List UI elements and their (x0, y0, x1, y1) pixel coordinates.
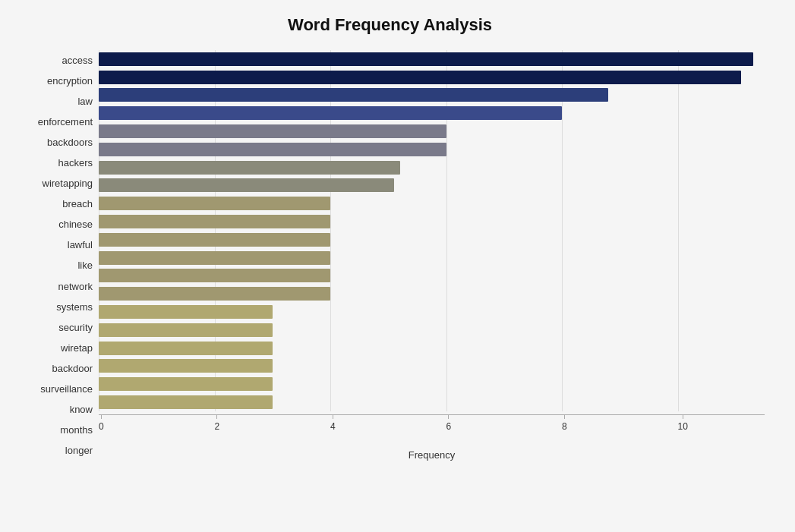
bar-row (99, 304, 765, 320)
y-label: backdoors (15, 134, 93, 152)
x-tick-line (216, 415, 217, 419)
bar (99, 342, 273, 355)
bar-row (99, 87, 765, 103)
x-tick-line (564, 415, 565, 419)
x-tick-line (448, 415, 449, 419)
y-label: enforcement (15, 113, 93, 131)
bar-row (99, 159, 765, 176)
bar (99, 251, 330, 265)
bar (99, 124, 446, 138)
y-label: hackers (15, 154, 93, 172)
bar-row (99, 51, 765, 68)
y-label: months (15, 420, 93, 439)
x-tick-label: 10 (678, 421, 688, 432)
bar (99, 323, 273, 337)
x-axis: 0246810 (99, 414, 765, 445)
bar-row (99, 177, 765, 194)
y-label: like (15, 257, 93, 275)
bar (99, 52, 753, 66)
bar-row (99, 357, 765, 374)
x-axis-title: Frequency (99, 449, 765, 461)
bar (99, 197, 330, 210)
bar (99, 161, 400, 175)
bar-row (99, 322, 765, 338)
bar (99, 71, 741, 84)
x-tick-line (333, 415, 333, 419)
x-tick: 6 (446, 415, 452, 432)
y-axis: accessencryptionlawenforcementbackdoorsh… (15, 50, 99, 461)
bar (99, 377, 273, 391)
y-label: law (15, 93, 93, 111)
bar (99, 233, 330, 247)
bar-row (99, 141, 765, 158)
bars-and-xaxis: 0246810 Frequency (99, 50, 765, 461)
y-label: wiretap (15, 338, 93, 357)
bar (99, 143, 446, 156)
bar (99, 88, 608, 102)
x-tick-label: 6 (446, 421, 452, 432)
bar (99, 287, 330, 301)
bars-area (99, 50, 765, 411)
chart-container: Word Frequency Analysis accessencryption… (0, 0, 795, 532)
x-tick: 10 (678, 415, 688, 432)
y-label: surveillance (15, 379, 93, 398)
x-tick-line (683, 415, 683, 419)
chart-area: accessencryptionlawenforcementbackdoorsh… (15, 50, 765, 461)
x-tick: 4 (330, 415, 336, 432)
bar-row (99, 250, 765, 266)
bar-row (99, 195, 765, 212)
y-label: longer (15, 441, 93, 459)
chart-title: Word Frequency Analysis (15, 15, 765, 35)
x-tick: 2 (215, 415, 220, 432)
bar-row (99, 213, 765, 230)
bar-row (99, 123, 765, 140)
bar-row (99, 340, 765, 357)
y-label: network (15, 277, 93, 295)
bar (99, 215, 330, 228)
bar (99, 395, 273, 409)
y-label: systems (15, 297, 93, 316)
bar (99, 305, 273, 319)
bar-row (99, 394, 765, 411)
y-label: security (15, 318, 93, 336)
bar-row (99, 376, 765, 392)
y-label: breach (15, 195, 93, 213)
x-tick-label: 0 (99, 421, 104, 432)
x-tick: 0 (99, 415, 104, 432)
bar-row (99, 105, 765, 121)
x-tick-line (101, 415, 102, 419)
bar (99, 178, 394, 192)
x-tick: 8 (562, 415, 567, 432)
bar (99, 359, 273, 373)
bar-row (99, 267, 765, 284)
bar-row (99, 231, 765, 248)
y-label: chinese (15, 216, 93, 234)
bar (99, 106, 562, 120)
y-label: know (15, 400, 93, 418)
y-label: lawful (15, 236, 93, 254)
x-tick-label: 4 (330, 421, 336, 432)
y-label: backdoor (15, 359, 93, 377)
bar (99, 269, 330, 282)
x-tick-label: 2 (215, 421, 220, 432)
y-label: encryption (15, 72, 93, 90)
y-label: wiretapping (15, 175, 93, 193)
bar-row (99, 285, 765, 302)
bar-row (99, 69, 765, 86)
y-label: access (15, 52, 93, 70)
x-tick-label: 8 (562, 421, 567, 432)
